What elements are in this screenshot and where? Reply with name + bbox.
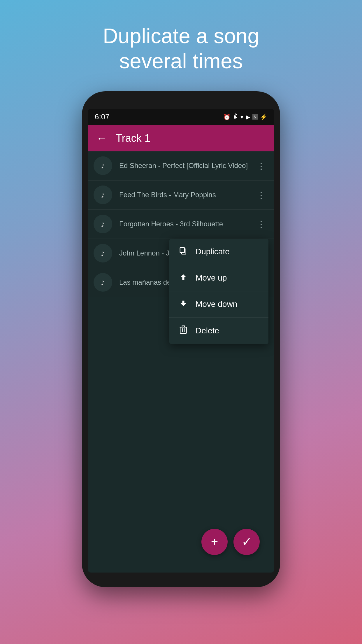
music-note-icon: ♪ — [101, 277, 105, 287]
page-headline: Duplicate a song several times — [80, 23, 282, 74]
music-note-icon: ♪ — [101, 190, 105, 200]
track-thumbnail: ♪ — [94, 273, 112, 292]
status-time: 6:07 — [95, 112, 110, 121]
wifi-icon: ▾ — [240, 113, 243, 120]
signal-icon: ▶ — [246, 113, 250, 120]
arrow-up-icon — [178, 273, 189, 283]
headline-line2: several times — [119, 49, 243, 73]
music-note-icon: ♪ — [101, 219, 105, 229]
trash-icon — [178, 325, 189, 336]
back-button[interactable]: ← — [96, 132, 107, 144]
track-thumbnail: ♪ — [94, 156, 112, 175]
arrow-down-icon — [178, 299, 189, 309]
svg-rect-2 — [180, 327, 186, 333]
svg-rect-1 — [180, 248, 184, 253]
add-button[interactable]: + — [201, 529, 228, 555]
track-item[interactable]: ♪ Feed The Birds - Mary Poppins ⋮ — [88, 181, 274, 210]
context-menu-move-up[interactable]: Move up — [169, 265, 268, 291]
track-thumbnail: ♪ — [94, 186, 112, 204]
duplicate-label: Duplicate — [196, 247, 230, 256]
track-thumbnail: ♪ — [94, 244, 112, 262]
clock-icon: ⏰ — [223, 113, 231, 120]
track-more-button[interactable]: ⋮ — [254, 216, 268, 232]
headline-line1: Duplicate a song — [103, 24, 259, 48]
bottom-buttons: + ✓ — [201, 529, 260, 555]
track-title: Feed The Birds - Mary Poppins — [119, 191, 254, 199]
track-title: Ed Sheeran - Perfect [Official Lyric Vid… — [119, 162, 254, 170]
status-icons: ⏰ ▾ ▶ N ⚡ — [223, 113, 267, 121]
phone-screen: 6:07 ⏰ ▾ ▶ N — [88, 109, 274, 573]
track-more-button[interactable]: ⋮ — [254, 158, 268, 174]
delete-label: Delete — [196, 326, 219, 335]
app-bar-title: Track 1 — [116, 132, 150, 144]
track-thumbnail: ♪ — [94, 215, 112, 233]
move-up-label: Move up — [196, 273, 227, 283]
context-menu: Duplicate Move up — [169, 239, 268, 344]
context-menu-duplicate[interactable]: Duplicate — [169, 239, 268, 265]
duplicate-icon — [178, 246, 189, 257]
app-bar: ← Track 1 — [88, 125, 274, 151]
bluetooth-icon — [233, 113, 238, 121]
context-menu-move-down[interactable]: Move down — [169, 291, 268, 318]
phone-mockup: 6:07 ⏰ ▾ ▶ N — [82, 91, 280, 587]
confirm-button[interactable]: ✓ — [233, 529, 260, 555]
track-item[interactable]: ♪ Ed Sheeran - Perfect [Official Lyric V… — [88, 151, 274, 181]
music-note-icon: ♪ — [101, 161, 105, 171]
nfc-icon: N — [252, 114, 258, 120]
phone-body: 6:07 ⏰ ▾ ▶ N — [82, 91, 280, 587]
add-icon: + — [211, 536, 218, 548]
track-more-button[interactable]: ⋮ — [254, 187, 268, 203]
track-title: Forgotten Heroes - 3rd Silhouette — [119, 220, 254, 228]
track-list: ♪ Ed Sheeran - Perfect [Official Lyric V… — [88, 151, 274, 297]
check-icon: ✓ — [242, 536, 252, 548]
move-down-label: Move down — [196, 300, 237, 309]
music-note-icon: ♪ — [101, 248, 105, 258]
context-menu-delete[interactable]: Delete — [169, 318, 268, 344]
status-bar: 6:07 ⏰ ▾ ▶ N — [88, 109, 274, 125]
track-item[interactable]: ♪ Forgotten Heroes - 3rd Silhouette ⋮ — [88, 210, 274, 239]
battery-icon: ⚡ — [260, 113, 267, 120]
